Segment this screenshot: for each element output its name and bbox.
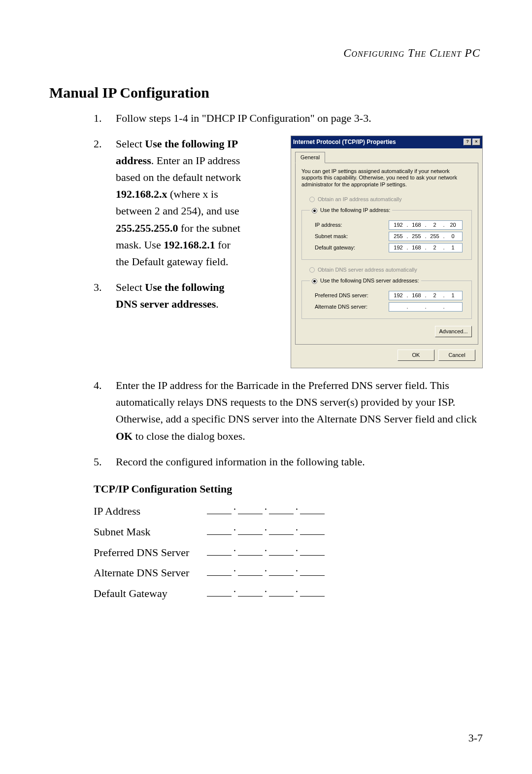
label-preferred-dns: Preferred DNS server: — [315, 291, 389, 300]
blank-field: ... — [207, 522, 325, 535]
label-alternate-dns: Alternate DNS server: — [315, 303, 389, 311]
step-number: 2. — [94, 136, 116, 152]
step-5: 5. Record the configured information in … — [94, 454, 483, 470]
step-number: 3. — [94, 279, 116, 296]
dialog-title: Internet Protocol (TCP/IP) Properties — [293, 138, 463, 147]
cancel-button[interactable]: Cancel — [438, 350, 475, 361]
step-text: Select Use the following DNS server addr… — [116, 279, 249, 313]
config-table: TCP/IP Configuration Setting IP Address … — [49, 479, 483, 603]
radio-icon — [309, 197, 315, 202]
alternate-dns-input[interactable]: . . . — [389, 302, 463, 312]
table-row: IP Address ... — [94, 501, 483, 521]
radio-use-following-ip[interactable]: Use the following IP address: — [310, 206, 392, 214]
blank-field: ... — [207, 543, 325, 556]
table-row: Default Gateway ... — [94, 584, 483, 603]
step-text: Select Use the following IP address. Ent… — [116, 136, 249, 270]
page-number: 3-7 — [468, 732, 483, 744]
blank-field: ... — [207, 584, 325, 597]
step-text: Record the configured information in the… — [116, 454, 483, 470]
step-3: 3. Select Use the following DNS server a… — [94, 279, 249, 313]
tab-general[interactable]: General — [295, 152, 325, 163]
step-number: 5. — [94, 454, 116, 470]
cfg-label-ip: IP Address — [94, 501, 207, 521]
close-button[interactable]: × — [472, 139, 480, 145]
label-default-gateway: Default gateway: — [315, 244, 389, 252]
page-header: Configuring The Client PC — [49, 47, 483, 60]
blank-field: ... — [207, 501, 325, 514]
cfg-label-subnet: Subnet Mask — [94, 522, 207, 542]
label-ip-address: IP address: — [315, 221, 389, 229]
config-table-title: TCP/IP Configuration Setting — [94, 479, 483, 499]
blank-field: ... — [207, 563, 325, 576]
group-use-dns: Use the following DNS server addresses: … — [301, 277, 472, 319]
section-heading: Manual IP Configuration — [49, 84, 483, 101]
ip-address-input[interactable]: 192. 168. 2. 20 — [389, 220, 463, 230]
step-1: 1. Follow steps 1-4 in "DHCP IP Configur… — [94, 110, 483, 127]
radio-obtain-ip-auto[interactable]: Obtain an IP address automatically — [301, 194, 472, 205]
group-use-ip: Use the following IP address: IP address… — [301, 206, 472, 260]
help-button[interactable]: ? — [464, 139, 471, 145]
dialog-titlebar: Internet Protocol (TCP/IP) Properties ? … — [291, 136, 482, 148]
step-2: 2. Select Use the following IP address. … — [94, 136, 249, 270]
preferred-dns-input[interactable]: 192. 168. 2. 1 — [389, 291, 463, 300]
step-4: 4. Enter the IP address for the Barricad… — [94, 377, 483, 444]
subnet-mask-input[interactable]: 255. 255. 255. 0 — [389, 232, 463, 241]
table-row: Preferred DNS Server ... — [94, 543, 483, 563]
ok-button[interactable]: OK — [398, 350, 434, 361]
label-subnet-mask: Subnet mask: — [315, 232, 389, 241]
tcpip-properties-dialog: Internet Protocol (TCP/IP) Properties ? … — [291, 136, 483, 368]
advanced-button[interactable]: Advanced... — [435, 326, 472, 337]
radio-icon — [309, 267, 315, 273]
default-gateway-input[interactable]: 192. 168. 2. 1 — [389, 243, 463, 252]
table-row: Alternate DNS Server ... — [94, 563, 483, 583]
step-text: Follow steps 1-4 in "DHCP IP Configurati… — [116, 110, 483, 127]
cfg-label-alt-dns: Alternate DNS Server — [94, 563, 207, 583]
cfg-label-pref-dns: Preferred DNS Server — [94, 543, 207, 563]
dialog-info-text: You can get IP settings assigned automat… — [301, 168, 472, 188]
step-text: Enter the IP address for the Barricade i… — [116, 377, 483, 444]
cfg-label-gateway: Default Gateway — [94, 584, 207, 603]
step-number: 1. — [94, 110, 116, 127]
radio-obtain-dns-auto: Obtain DNS server address automatically — [301, 265, 472, 275]
table-row: Subnet Mask ... — [94, 522, 483, 542]
radio-use-following-dns[interactable]: Use the following DNS server addresses: — [310, 277, 421, 285]
step-number: 4. — [94, 377, 116, 394]
